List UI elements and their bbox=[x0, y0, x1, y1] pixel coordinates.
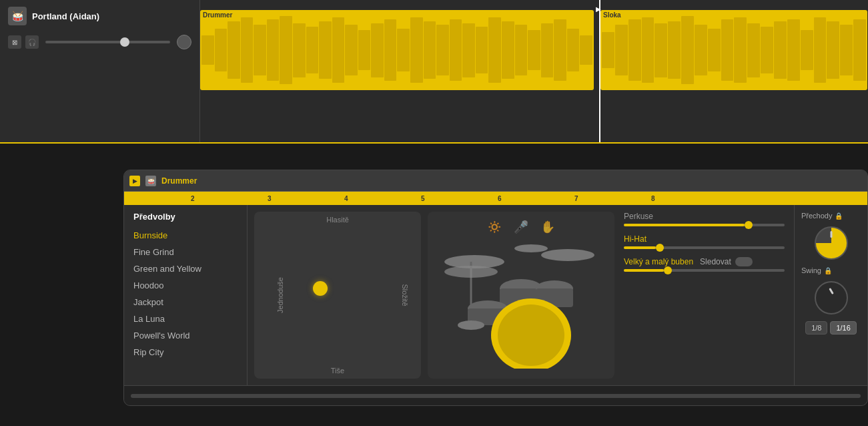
preset-la-luna[interactable]: La Luna bbox=[124, 310, 247, 327]
daw-area: 🥁 Portland (Aidan) ⊠ 🎧 Drummer Sloka bbox=[0, 0, 868, 144]
waveform-segment-1[interactable]: Drummer bbox=[200, 10, 594, 90]
swing-label: Swing bbox=[801, 266, 821, 274]
ruler-tick-2: 2 bbox=[191, 195, 195, 202]
drummer-panel: ▶ 🥁 Drummer 2 3 4 5 6 7 8 Předvolby Burn… bbox=[123, 170, 868, 406]
track-title-row: 🥁 Portland (Aidan) bbox=[8, 7, 191, 25]
hihat-slider[interactable] bbox=[624, 246, 785, 249]
mic-icon[interactable]: 🎤 bbox=[514, 220, 528, 234]
svg-point-4 bbox=[444, 266, 498, 278]
perkuse-thumb[interactable] bbox=[745, 221, 753, 229]
svg-point-2 bbox=[514, 244, 548, 252]
ruler-tick-8: 8 bbox=[651, 195, 655, 202]
volume-knob[interactable] bbox=[120, 37, 129, 47]
note-buttons: 1/8 1/16 bbox=[805, 321, 857, 335]
track-name: Portland (Aidan) bbox=[32, 11, 99, 21]
headphones-button[interactable]: 🎧 bbox=[25, 35, 39, 49]
ruler-tick-4: 4 bbox=[344, 195, 348, 202]
right-panel: Přechody 🔒 Swing 🔒 1/8 1/16 bbox=[794, 205, 867, 385]
xy-label-top: Hlasitě bbox=[254, 212, 421, 224]
presets-title: Předvolby bbox=[124, 212, 247, 227]
drummer-toolbar: ▶ 🥁 Drummer bbox=[124, 170, 867, 192]
note-1-8-button[interactable]: 1/8 bbox=[805, 321, 827, 335]
drummer-ruler: 2 3 4 5 6 7 8 bbox=[124, 192, 867, 205]
track-controls: ⊠ 🎧 bbox=[8, 35, 191, 49]
track-waveform[interactable]: Drummer Sloka bbox=[200, 0, 868, 142]
mute-button[interactable]: ⊠ bbox=[8, 35, 21, 49]
controls-area: Perkuse Hi-Hat Velký a malý buben Sledo bbox=[614, 205, 794, 385]
svg-point-13 bbox=[458, 321, 484, 330]
xy-label-bottom: Tiše bbox=[254, 367, 421, 379]
ruler-tick-3: 3 bbox=[268, 195, 272, 202]
preset-burnside[interactable]: Burnside bbox=[124, 227, 247, 244]
volume-slider[interactable] bbox=[45, 41, 170, 43]
drum-kit-svg bbox=[434, 222, 608, 369]
prechody-knob-container bbox=[815, 226, 848, 260]
pattern-icon[interactable]: 🔅 bbox=[487, 220, 502, 234]
perkuse-group: Perkuse bbox=[624, 212, 785, 226]
prechody-indicator bbox=[830, 231, 832, 238]
prechody-knob[interactable] bbox=[815, 226, 848, 260]
ruler-tick-7: 7 bbox=[574, 195, 578, 202]
swing-header: Swing 🔒 bbox=[801, 266, 832, 274]
xy-puck[interactable] bbox=[313, 281, 328, 296]
drum-kit-area: 🔅 🎤 ✋ bbox=[428, 212, 614, 379]
swing-lock-icon[interactable]: 🔒 bbox=[824, 267, 832, 274]
sledovat-label: Sledovat bbox=[700, 257, 731, 266]
drummer-icon: ▶ bbox=[129, 176, 140, 186]
presets-sidebar: Předvolby Burnside Fine Grind Green and … bbox=[124, 205, 248, 385]
svg-point-12 bbox=[498, 304, 564, 366]
velky-label: Velký a malý buben bbox=[624, 257, 693, 266]
waveform-inner-1 bbox=[200, 10, 594, 90]
svg-point-1 bbox=[541, 249, 594, 261]
ruler-tick-6: 6 bbox=[498, 195, 502, 202]
perkuse-slider[interactable] bbox=[624, 224, 785, 226]
track-icon: 🥁 bbox=[8, 7, 27, 25]
xy-label-right: Složitě bbox=[400, 284, 408, 306]
swing-knob[interactable] bbox=[815, 281, 848, 314]
preset-rip-city[interactable]: Rip City bbox=[124, 344, 247, 361]
preset-fine-grind[interactable]: Fine Grind bbox=[124, 244, 247, 260]
playhead[interactable] bbox=[599, 0, 600, 142]
xy-pad[interactable]: Hlasitě Jednoduše Složitě Tiše bbox=[254, 212, 421, 379]
preset-green-yellow[interactable]: Green and Yellow bbox=[124, 260, 247, 277]
prechody-lock-icon[interactable]: 🔒 bbox=[835, 212, 843, 220]
horizontal-scrollbar[interactable] bbox=[131, 394, 861, 398]
perkuse-label: Perkuse bbox=[624, 212, 785, 221]
drummer-label: Drummer bbox=[161, 176, 197, 186]
xy-pad-area[interactable]: Jednoduše Složitě bbox=[254, 224, 421, 367]
hihat-label: Hi-Hat bbox=[624, 234, 785, 244]
pan-knob[interactable] bbox=[177, 35, 191, 49]
sledovat-row: Velký a malý buben Sledovat bbox=[624, 257, 785, 266]
velky-thumb[interactable] bbox=[664, 266, 672, 274]
waveform-inner-2 bbox=[600, 10, 867, 90]
swing-indicator bbox=[829, 288, 834, 294]
drummer-content: Předvolby Burnside Fine Grind Green and … bbox=[124, 205, 867, 385]
xy-label-left: Jednoduše bbox=[276, 277, 284, 313]
swing-knob-container bbox=[815, 281, 848, 314]
prechody-label: Přechody bbox=[801, 212, 832, 220]
velky-group: Velký a malý buben Sledovat bbox=[624, 257, 785, 272]
preset-powells-world[interactable]: Powell's World bbox=[124, 327, 247, 344]
hihat-group: Hi-Hat bbox=[624, 234, 785, 249]
preset-jackpot[interactable]: Jackpot bbox=[124, 294, 247, 310]
sledovat-toggle[interactable] bbox=[735, 257, 753, 266]
waveform-segment-2[interactable]: Sloka bbox=[600, 10, 867, 90]
prechody-header: Přechody 🔒 bbox=[801, 212, 843, 220]
hihat-thumb[interactable] bbox=[656, 244, 664, 252]
preset-hoodoo[interactable]: Hoodoo bbox=[124, 277, 247, 294]
track-header: 🥁 Portland (Aidan) ⊠ 🎧 bbox=[0, 0, 200, 142]
hand-icon[interactable]: ✋ bbox=[540, 220, 555, 234]
bottom-scroll bbox=[124, 385, 867, 405]
velky-slider[interactable] bbox=[624, 269, 785, 272]
drummer-icon2: 🥁 bbox=[145, 176, 156, 186]
note-1-16-button[interactable]: 1/16 bbox=[830, 321, 856, 335]
ruler-tick-5: 5 bbox=[421, 195, 425, 202]
